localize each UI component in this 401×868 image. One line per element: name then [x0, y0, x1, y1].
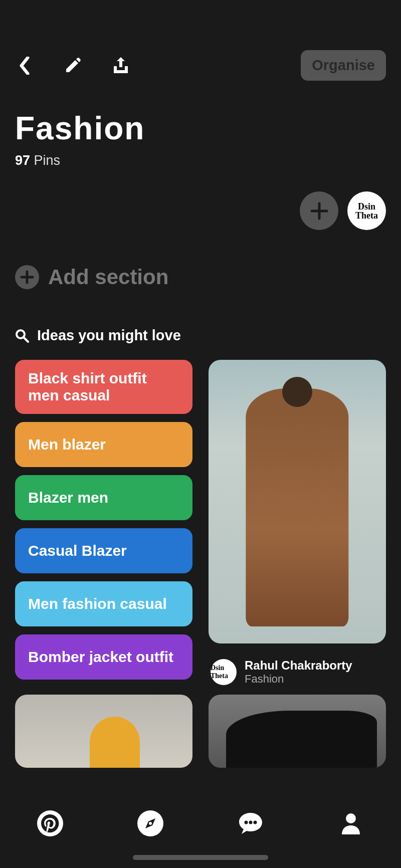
- add-section-icon: [15, 265, 39, 289]
- owner-avatar[interactable]: Dsin Theta: [347, 191, 386, 230]
- toolbar-left: [15, 56, 130, 75]
- pin-count-label: Pins: [34, 153, 61, 168]
- pin-row-secondary: [0, 686, 401, 768]
- pins-column: Dsin Theta Rahul Chakraborty Fashion: [209, 360, 386, 686]
- pins-column-right: [209, 695, 386, 768]
- bottom-nav: [0, 797, 401, 868]
- svg-point-7: [346, 813, 356, 823]
- collaborators-row: Dsin Theta: [0, 171, 401, 230]
- pin-image[interactable]: [15, 695, 192, 768]
- home-indicator: [133, 855, 268, 860]
- add-section-label: Add section: [48, 265, 168, 289]
- add-section-row[interactable]: Add section: [0, 230, 401, 289]
- nav-notifications-icon[interactable]: [237, 810, 264, 837]
- svg-point-3: [149, 822, 152, 825]
- pins-column-left: [15, 695, 192, 768]
- idea-chip[interactable]: Men fashion casual: [15, 581, 192, 626]
- pin-author-name: Rahul Chakraborty: [245, 659, 352, 673]
- search-icon: [15, 329, 29, 343]
- pin-board-name: Fashion: [245, 673, 352, 686]
- board-title: Fashion: [0, 81, 401, 150]
- nav-home-icon[interactable]: [37, 810, 64, 837]
- nav-profile-icon[interactable]: [337, 810, 364, 837]
- add-collaborator-button[interactable]: [300, 191, 338, 230]
- organise-button[interactable]: Organise: [301, 50, 386, 81]
- toolbar: Organise: [0, 0, 401, 81]
- back-icon[interactable]: [15, 56, 34, 75]
- idea-chip[interactable]: Casual Blazer: [15, 528, 192, 573]
- pin-author-avatar: Dsin Theta: [211, 659, 237, 685]
- pin-image[interactable]: [209, 360, 386, 643]
- ideas-column: Black shirt outfit men casual Men blazer…: [15, 360, 192, 686]
- content-grid: Black shirt outfit men casual Men blazer…: [0, 344, 401, 686]
- idea-chip[interactable]: Black shirt outfit men casual: [15, 360, 192, 414]
- svg-point-6: [254, 821, 257, 824]
- share-icon[interactable]: [111, 56, 130, 75]
- idea-chip[interactable]: Bomber jacket outfit: [15, 634, 192, 680]
- pin-meta[interactable]: Dsin Theta Rahul Chakraborty Fashion: [209, 652, 386, 686]
- ideas-header: Ideas you might love: [0, 289, 401, 344]
- svg-point-5: [249, 821, 253, 824]
- pin-count: 97 Pins: [0, 150, 401, 171]
- nav-explore-icon[interactable]: [137, 810, 164, 837]
- idea-chip[interactable]: Blazer men: [15, 475, 192, 520]
- pin-meta-text: Rahul Chakraborty Fashion: [245, 659, 352, 686]
- edit-icon[interactable]: [63, 56, 82, 75]
- pin-image[interactable]: [209, 695, 386, 768]
- svg-point-4: [245, 821, 248, 824]
- pin-count-number: 97: [15, 153, 30, 168]
- ideas-header-label: Ideas you might love: [37, 327, 181, 344]
- idea-chip[interactable]: Men blazer: [15, 422, 192, 467]
